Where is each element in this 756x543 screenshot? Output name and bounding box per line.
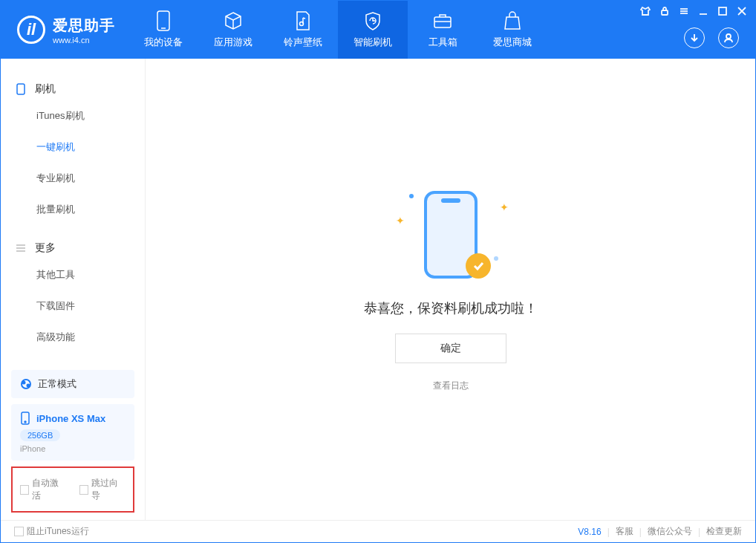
logo-icon: il [17, 16, 45, 44]
tab-label: 智能刷机 [353, 36, 392, 49]
app-title: 爱思助手 [53, 16, 115, 36]
separator: | [607, 527, 610, 537]
svg-point-20 [27, 385, 30, 387]
device-type: iPhone [20, 444, 126, 453]
wechat-link[interactable]: 微信公众号 [648, 525, 692, 538]
storage-badge: 256GB [20, 429, 60, 441]
checkbox-box [79, 485, 88, 495]
group-title: 刷机 [35, 82, 56, 96]
device-card[interactable]: iPhone XS Max 256GB iPhone [11, 404, 134, 461]
tab-label: 铃声壁纸 [284, 36, 322, 49]
tab-apps-games[interactable]: 应用游戏 [198, 1, 268, 59]
svg-rect-5 [662, 10, 668, 15]
shirt-icon[interactable] [639, 5, 651, 17]
body: 刷机 iTunes刷机 一键刷机 专业刷机 批量刷机 更多 其他工具 下载固件 … [1, 59, 755, 520]
checkbox-box [20, 485, 29, 495]
tab-smart-flash[interactable]: 智能刷机 [338, 1, 408, 59]
maximize-icon[interactable] [717, 5, 729, 17]
svg-point-2 [300, 22, 304, 26]
shield-refresh-icon [362, 10, 383, 31]
separator: | [698, 527, 700, 537]
header-right [639, 1, 748, 59]
tab-label: 应用游戏 [214, 36, 252, 49]
dot-icon [494, 256, 498, 261]
separator: | [639, 527, 642, 537]
phone-icon [16, 83, 27, 95]
checkbox-label: 跳过向导 [91, 477, 126, 502]
checkbox-auto-activate[interactable]: 自动激活 [20, 477, 66, 502]
mode-card[interactable]: 正常模式 [11, 370, 134, 398]
checkbox-block-itunes[interactable]: 阻止iTunes运行 [14, 525, 89, 538]
sidebar-item-itunes-flash[interactable]: iTunes刷机 [1, 100, 145, 131]
cube-icon [223, 10, 244, 31]
group-header-more: 更多 [1, 237, 145, 259]
confirm-button[interactable]: 确定 [395, 334, 506, 363]
lock-icon[interactable] [659, 5, 671, 17]
device-name: iPhone XS Max [36, 413, 105, 424]
app-subtitle: www.i4.cn [53, 36, 115, 45]
tab-store[interactable]: 爱思商城 [478, 1, 547, 59]
device-icon [153, 10, 174, 31]
success-illustration: ✦ ✦ [391, 186, 510, 283]
svg-rect-3 [434, 17, 451, 27]
sparkle-icon: ✦ [500, 201, 509, 213]
check-update-link[interactable]: 检查更新 [706, 525, 742, 538]
group-header-flash: 刷机 [1, 78, 145, 100]
tab-ringtones-wallpapers[interactable]: 铃声壁纸 [268, 1, 338, 59]
svg-rect-0 [157, 11, 169, 30]
mode-icon [20, 378, 32, 390]
view-log-link[interactable]: 查看日志 [433, 380, 469, 392]
minimize-icon[interactable] [697, 5, 709, 17]
sidebar-item-oneclick-flash[interactable]: 一键刷机 [1, 131, 145, 163]
sidebar-group-flash: 刷机 iTunes刷机 一键刷机 专业刷机 批量刷机 [1, 72, 145, 231]
mode-label: 正常模式 [38, 377, 76, 391]
device-icon [20, 412, 30, 425]
bag-icon [502, 10, 523, 31]
dot-icon [409, 194, 414, 198]
svg-point-22 [25, 421, 26, 423]
sidebar-item-download-firmware[interactable]: 下载固件 [1, 290, 145, 322]
sidebar: 刷机 iTunes刷机 一键刷机 专业刷机 批量刷机 更多 其他工具 下载固件 … [1, 59, 146, 520]
header-round-icons [684, 27, 748, 48]
menu-icon[interactable] [678, 5, 690, 17]
sidebar-item-advanced[interactable]: 高级功能 [1, 322, 145, 353]
customer-service-link[interactable]: 客服 [616, 525, 633, 538]
tab-label: 工具箱 [428, 36, 457, 49]
footer: 阻止iTunes运行 V8.16 | 客服 | 微信公众号 | 检查更新 [1, 520, 755, 542]
success-message: 恭喜您，保资料刷机成功啦！ [364, 299, 538, 317]
download-icon[interactable] [684, 27, 705, 48]
svg-rect-14 [17, 84, 25, 94]
sidebar-bottom: 正常模式 iPhone XS Max 256GB iPhone 自动激活 [1, 362, 145, 520]
tab-toolbox[interactable]: 工具箱 [408, 1, 478, 59]
window-controls [639, 5, 748, 17]
flash-options-highlight: 自动激活 跳过向导 [11, 466, 134, 513]
checkbox-label: 阻止iTunes运行 [27, 525, 89, 538]
toolbox-icon [432, 10, 453, 31]
tab-my-device[interactable]: 我的设备 [128, 1, 198, 59]
logo: il 爱思助手 www.i4.cn [1, 16, 128, 45]
footer-right: V8.16 | 客服 | 微信公众号 | 检查更新 [578, 525, 742, 538]
sparkle-icon: ✦ [396, 215, 405, 227]
version-label[interactable]: V8.16 [578, 527, 601, 537]
sidebar-item-other-tools[interactable]: 其他工具 [1, 259, 145, 290]
sidebar-item-batch-flash[interactable]: 批量刷机 [1, 194, 145, 225]
svg-point-19 [23, 382, 25, 384]
app-window: il 爱思助手 www.i4.cn 我的设备 应用游戏 铃声壁纸 智能刷机 [0, 0, 756, 543]
list-icon [16, 243, 27, 253]
checkbox-box [14, 527, 24, 536]
close-icon[interactable] [736, 5, 748, 17]
user-icon[interactable] [718, 27, 739, 48]
header: il 爱思助手 www.i4.cn 我的设备 应用游戏 铃声壁纸 智能刷机 [1, 1, 755, 59]
main-content: ✦ ✦ 恭喜您，保资料刷机成功啦！ 确定 查看日志 [146, 59, 755, 520]
music-file-icon [293, 10, 313, 31]
tab-label: 我的设备 [144, 36, 183, 49]
sidebar-list: 刷机 iTunes刷机 一键刷机 专业刷机 批量刷机 更多 其他工具 下载固件 … [1, 59, 145, 362]
group-title: 更多 [35, 241, 56, 255]
sidebar-item-pro-flash[interactable]: 专业刷机 [1, 163, 145, 194]
tab-label: 爱思商城 [493, 36, 532, 49]
main-tabs: 我的设备 应用游戏 铃声壁纸 智能刷机 工具箱 爱思商城 [128, 1, 547, 59]
svg-point-13 [726, 34, 731, 39]
checkbox-skip-guide[interactable]: 跳过向导 [79, 477, 126, 502]
footer-left: 阻止iTunes运行 [14, 525, 89, 538]
checkbox-label: 自动激活 [32, 477, 66, 502]
